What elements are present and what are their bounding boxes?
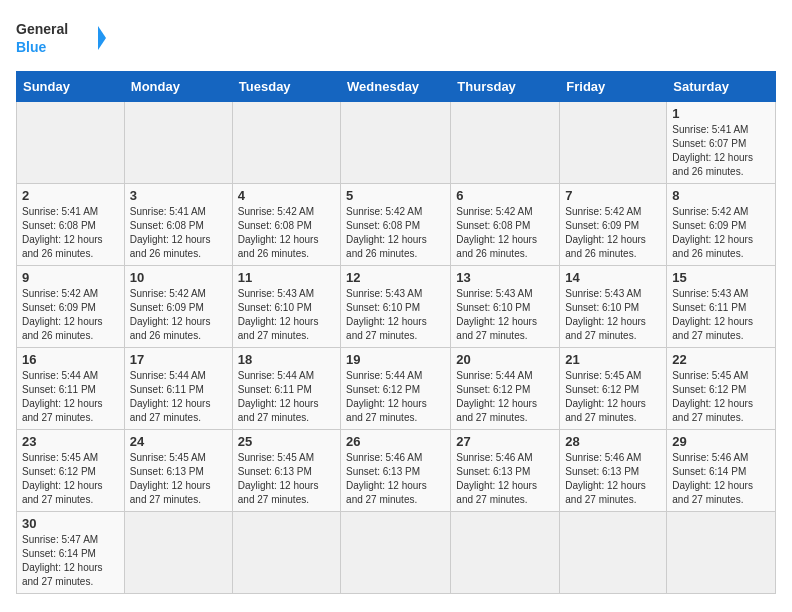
day-info: Sunrise: 5:45 AM Sunset: 6:12 PM Dayligh… <box>565 369 661 425</box>
calendar-cell: 13Sunrise: 5:43 AM Sunset: 6:10 PM Dayli… <box>451 266 560 348</box>
day-number: 29 <box>672 434 770 449</box>
calendar-cell <box>232 512 340 594</box>
day-info: Sunrise: 5:44 AM Sunset: 6:12 PM Dayligh… <box>346 369 445 425</box>
generalblue-logo-icon: General Blue <box>16 16 106 61</box>
day-number: 28 <box>565 434 661 449</box>
day-info: Sunrise: 5:43 AM Sunset: 6:11 PM Dayligh… <box>672 287 770 343</box>
day-number: 23 <box>22 434 119 449</box>
day-info: Sunrise: 5:44 AM Sunset: 6:11 PM Dayligh… <box>130 369 227 425</box>
calendar-cell <box>341 512 451 594</box>
day-info: Sunrise: 5:45 AM Sunset: 6:13 PM Dayligh… <box>130 451 227 507</box>
calendar-week-2: 9Sunrise: 5:42 AM Sunset: 6:09 PM Daylig… <box>17 266 776 348</box>
calendar-week-1: 2Sunrise: 5:41 AM Sunset: 6:08 PM Daylig… <box>17 184 776 266</box>
day-info: Sunrise: 5:42 AM Sunset: 6:09 PM Dayligh… <box>130 287 227 343</box>
day-info: Sunrise: 5:43 AM Sunset: 6:10 PM Dayligh… <box>238 287 335 343</box>
day-info: Sunrise: 5:46 AM Sunset: 6:13 PM Dayligh… <box>456 451 554 507</box>
day-number: 2 <box>22 188 119 203</box>
calendar-cell <box>560 102 667 184</box>
column-header-tuesday: Tuesday <box>232 72 340 102</box>
day-info: Sunrise: 5:46 AM Sunset: 6:13 PM Dayligh… <box>565 451 661 507</box>
svg-text:General: General <box>16 21 68 37</box>
page-header: General Blue <box>16 16 776 61</box>
day-info: Sunrise: 5:45 AM Sunset: 6:12 PM Dayligh… <box>672 369 770 425</box>
calendar-cell: 5Sunrise: 5:42 AM Sunset: 6:08 PM Daylig… <box>341 184 451 266</box>
day-number: 9 <box>22 270 119 285</box>
calendar-cell: 4Sunrise: 5:42 AM Sunset: 6:08 PM Daylig… <box>232 184 340 266</box>
column-header-saturday: Saturday <box>667 72 776 102</box>
day-info: Sunrise: 5:42 AM Sunset: 6:08 PM Dayligh… <box>346 205 445 261</box>
day-info: Sunrise: 5:41 AM Sunset: 6:08 PM Dayligh… <box>22 205 119 261</box>
day-info: Sunrise: 5:46 AM Sunset: 6:13 PM Dayligh… <box>346 451 445 507</box>
day-number: 18 <box>238 352 335 367</box>
calendar-cell <box>560 512 667 594</box>
day-info: Sunrise: 5:43 AM Sunset: 6:10 PM Dayligh… <box>565 287 661 343</box>
calendar-cell: 2Sunrise: 5:41 AM Sunset: 6:08 PM Daylig… <box>17 184 125 266</box>
column-header-thursday: Thursday <box>451 72 560 102</box>
day-number: 30 <box>22 516 119 531</box>
day-number: 20 <box>456 352 554 367</box>
calendar-cell: 21Sunrise: 5:45 AM Sunset: 6:12 PM Dayli… <box>560 348 667 430</box>
day-number: 21 <box>565 352 661 367</box>
day-number: 8 <box>672 188 770 203</box>
calendar-cell <box>341 102 451 184</box>
calendar-cell: 12Sunrise: 5:43 AM Sunset: 6:10 PM Dayli… <box>341 266 451 348</box>
calendar-cell: 28Sunrise: 5:46 AM Sunset: 6:13 PM Dayli… <box>560 430 667 512</box>
day-info: Sunrise: 5:42 AM Sunset: 6:09 PM Dayligh… <box>565 205 661 261</box>
calendar-cell: 27Sunrise: 5:46 AM Sunset: 6:13 PM Dayli… <box>451 430 560 512</box>
calendar-week-3: 16Sunrise: 5:44 AM Sunset: 6:11 PM Dayli… <box>17 348 776 430</box>
svg-text:Blue: Blue <box>16 39 47 55</box>
day-number: 14 <box>565 270 661 285</box>
column-header-wednesday: Wednesday <box>341 72 451 102</box>
calendar-cell: 22Sunrise: 5:45 AM Sunset: 6:12 PM Dayli… <box>667 348 776 430</box>
day-number: 5 <box>346 188 445 203</box>
day-info: Sunrise: 5:41 AM Sunset: 6:08 PM Dayligh… <box>130 205 227 261</box>
day-info: Sunrise: 5:43 AM Sunset: 6:10 PM Dayligh… <box>346 287 445 343</box>
day-info: Sunrise: 5:45 AM Sunset: 6:12 PM Dayligh… <box>22 451 119 507</box>
column-header-monday: Monday <box>124 72 232 102</box>
calendar-cell: 16Sunrise: 5:44 AM Sunset: 6:11 PM Dayli… <box>17 348 125 430</box>
day-info: Sunrise: 5:44 AM Sunset: 6:11 PM Dayligh… <box>22 369 119 425</box>
day-info: Sunrise: 5:41 AM Sunset: 6:07 PM Dayligh… <box>672 123 770 179</box>
calendar-cell <box>667 512 776 594</box>
calendar-cell: 29Sunrise: 5:46 AM Sunset: 6:14 PM Dayli… <box>667 430 776 512</box>
calendar-cell <box>451 102 560 184</box>
calendar-week-4: 23Sunrise: 5:45 AM Sunset: 6:12 PM Dayli… <box>17 430 776 512</box>
calendar-cell: 20Sunrise: 5:44 AM Sunset: 6:12 PM Dayli… <box>451 348 560 430</box>
calendar-cell <box>17 102 125 184</box>
calendar-cell <box>124 512 232 594</box>
calendar-cell: 23Sunrise: 5:45 AM Sunset: 6:12 PM Dayli… <box>17 430 125 512</box>
day-number: 10 <box>130 270 227 285</box>
calendar-cell: 25Sunrise: 5:45 AM Sunset: 6:13 PM Dayli… <box>232 430 340 512</box>
calendar-week-0: 1Sunrise: 5:41 AM Sunset: 6:07 PM Daylig… <box>17 102 776 184</box>
day-number: 11 <box>238 270 335 285</box>
day-number: 6 <box>456 188 554 203</box>
day-info: Sunrise: 5:42 AM Sunset: 6:08 PM Dayligh… <box>456 205 554 261</box>
calendar-cell: 24Sunrise: 5:45 AM Sunset: 6:13 PM Dayli… <box>124 430 232 512</box>
day-number: 16 <box>22 352 119 367</box>
day-info: Sunrise: 5:43 AM Sunset: 6:10 PM Dayligh… <box>456 287 554 343</box>
calendar-cell: 19Sunrise: 5:44 AM Sunset: 6:12 PM Dayli… <box>341 348 451 430</box>
calendar-cell: 1Sunrise: 5:41 AM Sunset: 6:07 PM Daylig… <box>667 102 776 184</box>
calendar-cell: 10Sunrise: 5:42 AM Sunset: 6:09 PM Dayli… <box>124 266 232 348</box>
day-number: 25 <box>238 434 335 449</box>
logo: General Blue <box>16 16 106 61</box>
day-number: 27 <box>456 434 554 449</box>
day-number: 7 <box>565 188 661 203</box>
calendar-cell: 15Sunrise: 5:43 AM Sunset: 6:11 PM Dayli… <box>667 266 776 348</box>
calendar-cell: 9Sunrise: 5:42 AM Sunset: 6:09 PM Daylig… <box>17 266 125 348</box>
day-number: 24 <box>130 434 227 449</box>
day-number: 12 <box>346 270 445 285</box>
calendar-cell: 17Sunrise: 5:44 AM Sunset: 6:11 PM Dayli… <box>124 348 232 430</box>
calendar-cell: 26Sunrise: 5:46 AM Sunset: 6:13 PM Dayli… <box>341 430 451 512</box>
calendar-week-5: 30Sunrise: 5:47 AM Sunset: 6:14 PM Dayli… <box>17 512 776 594</box>
day-info: Sunrise: 5:42 AM Sunset: 6:09 PM Dayligh… <box>22 287 119 343</box>
day-info: Sunrise: 5:45 AM Sunset: 6:13 PM Dayligh… <box>238 451 335 507</box>
day-number: 1 <box>672 106 770 121</box>
day-info: Sunrise: 5:42 AM Sunset: 6:09 PM Dayligh… <box>672 205 770 261</box>
calendar-cell <box>451 512 560 594</box>
day-info: Sunrise: 5:46 AM Sunset: 6:14 PM Dayligh… <box>672 451 770 507</box>
calendar-cell: 7Sunrise: 5:42 AM Sunset: 6:09 PM Daylig… <box>560 184 667 266</box>
calendar-cell: 14Sunrise: 5:43 AM Sunset: 6:10 PM Dayli… <box>560 266 667 348</box>
calendar-cell: 11Sunrise: 5:43 AM Sunset: 6:10 PM Dayli… <box>232 266 340 348</box>
calendar-cell <box>232 102 340 184</box>
